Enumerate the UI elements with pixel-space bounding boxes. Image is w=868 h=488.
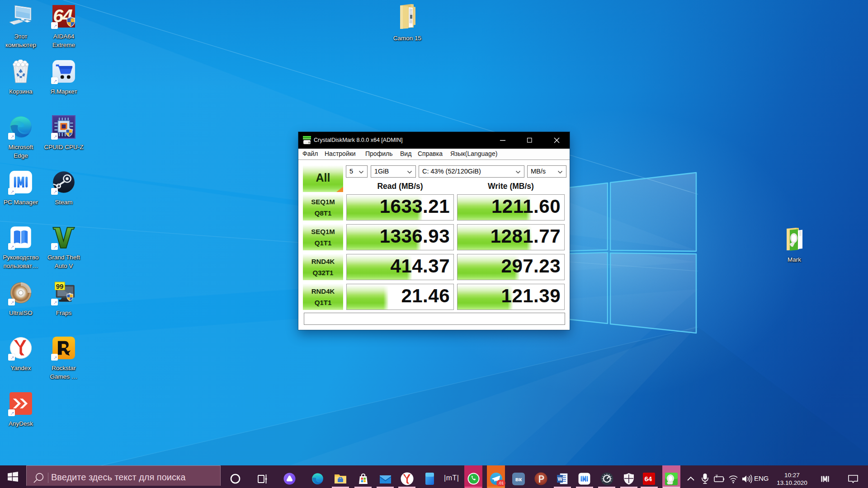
svg-text:99: 99 — [56, 282, 64, 290]
svg-text:W: W — [558, 476, 563, 482]
svg-text:вк: вк — [515, 476, 522, 483]
